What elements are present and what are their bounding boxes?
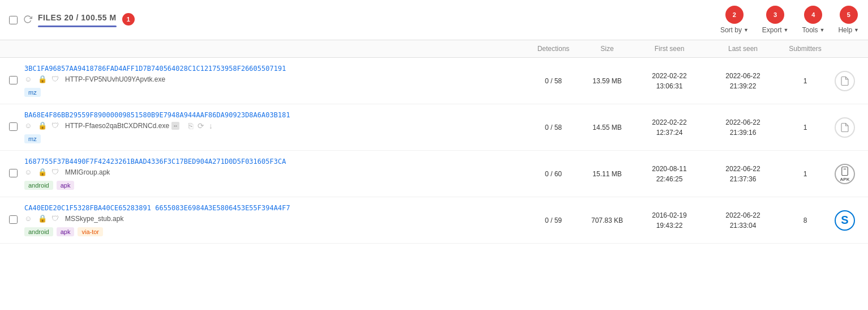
file-rows-container: 3BC1FA96857AA9418786FAD4AFF1D7B740564028…	[0, 58, 868, 244]
first-seen-val-3: 2016-02-1919:43:22	[633, 210, 706, 231]
row-checkbox-input-0[interactable]	[9, 76, 18, 84]
row-checkbox-input-1[interactable]	[9, 122, 18, 131]
export-caret: ▼	[784, 27, 789, 33]
file-name-0[interactable]: HTTP-FVP5NUvhU09YApvtk.exe	[65, 75, 165, 83]
first-seen-val-0: 2022-02-2213:06:31	[633, 71, 706, 91]
sort-by-label: Sort by	[720, 26, 742, 34]
tools-label: Tools	[802, 26, 818, 34]
table-header-row: Detections Size First seen Last seen Sub…	[0, 40, 868, 58]
files-label-container: FILES 20 / 100.55 M	[38, 13, 117, 33]
select-all-checkbox[interactable]	[9, 16, 18, 24]
meta-icon-lock-0: 🔒	[38, 75, 47, 84]
export-badge: 3	[766, 6, 784, 24]
file-hash-3[interactable]: CA40EDE20C1F5328FBA40CE65283891 6655083E…	[24, 204, 525, 212]
detections-val-3: 0 / 59	[525, 216, 582, 224]
size-val-1: 14.55 MB	[582, 124, 633, 131]
sort-by-button[interactable]: 2 Sort by ▼	[720, 6, 749, 34]
row-checkbox-0[interactable]	[9, 76, 18, 86]
file-hash-0[interactable]: 3BC1FA96857AA9418786FAD4AFF1D7B740564028…	[24, 65, 525, 73]
first-seen-val-2: 2020-08-1122:46:25	[633, 164, 706, 184]
submitters-val-0: 1	[780, 77, 831, 85]
icon-val-2: APK	[831, 164, 859, 184]
meta-icon-smiley-2: ☺	[24, 168, 33, 177]
download-icon[interactable]: ↓	[209, 121, 213, 130]
col-header-first-seen: First seen	[633, 45, 706, 53]
size-val-3: 707.83 KB	[582, 216, 633, 224]
table-row: 1687755F37B4490F7F42423261BAAD4336F3C17B…	[0, 151, 868, 197]
table-row: CA40EDE20C1F5328FBA40CE65283891 6655083E…	[0, 197, 868, 244]
file-meta-2: ☺ 🔒 🛡 MMIGroup.apk	[24, 168, 525, 177]
meta-icon-shield-0: 🛡	[51, 75, 61, 84]
file-name-3[interactable]: MSSkype_stub.apk	[65, 215, 123, 223]
tag-via-tor: via-tor	[78, 227, 103, 236]
col-header-size: Size	[582, 45, 633, 53]
row-checkbox-3[interactable]	[9, 215, 18, 226]
tools-button[interactable]: 4 Tools ▼	[802, 6, 824, 34]
row-main-1: BA68E4F86BB29559F89000009851580B9E7948A9…	[24, 111, 525, 143]
file-name-2[interactable]: MMIGroup.apk	[65, 168, 110, 176]
tag-android: android	[24, 227, 53, 236]
refresh-button[interactable]	[23, 15, 32, 31]
copy-icon[interactable]: ⎘	[188, 121, 193, 130]
meta-icon-lock-2: 🔒	[38, 168, 47, 177]
tags-row-3: androidapkvia-tor	[24, 225, 525, 236]
file-hash-2[interactable]: 1687755F37B4490F7F42423261BAAD4336F3C17B…	[24, 158, 525, 165]
tools-badge: 4	[804, 6, 822, 24]
tags-row-2: androidapk	[24, 179, 525, 190]
table-row: 3BC1FA96857AA9418786FAD4AFF1D7B740564028…	[0, 58, 868, 104]
meta-icon-shield-1: 🛡	[51, 121, 61, 130]
tag-mz: mz	[24, 88, 41, 97]
tag-android: android	[24, 181, 53, 190]
first-seen-val-1: 2022-02-2212:37:24	[633, 117, 706, 138]
row-checkbox-1[interactable]	[9, 122, 18, 133]
file-meta-3: ☺ 🔒 🛡 MSSkype_stub.apk	[24, 214, 525, 223]
meta-icon-lock-3: 🔒	[38, 214, 47, 223]
file-meta-1: ☺ 🔒 🛡 HTTP-Ffaeso2qaBtCXDRNCd.exe↔ ⎘ ⟳ ↓	[24, 121, 525, 130]
help-caret: ▼	[854, 27, 859, 33]
meta-icon-lock-1: 🔒	[38, 121, 47, 130]
help-button[interactable]: 5 Help ▼	[838, 6, 859, 34]
refresh-row-icon[interactable]: ⟳	[197, 121, 204, 130]
file-icon-apk: APK	[835, 164, 855, 184]
submitters-val-3: 8	[780, 216, 831, 224]
meta-icon-smiley-1: ☺	[24, 121, 33, 130]
file-hash-1[interactable]: BA68E4F86BB29559F89000009851580B9E7948A9…	[24, 111, 525, 119]
row-checkbox-input-2[interactable]	[9, 169, 18, 177]
tag-apk: apk	[57, 227, 75, 236]
row-checkbox-input-3[interactable]	[9, 215, 18, 224]
meta-icon-shield-3: 🛡	[51, 214, 61, 223]
sort-by-caret: ▼	[744, 27, 749, 33]
icon-val-1	[831, 117, 859, 138]
meta-icon-smiley-3: ☺	[24, 214, 33, 223]
col-header-last-seen: Last seen	[706, 45, 780, 53]
file-icon-skype: S	[835, 210, 855, 231]
export-label: Export	[762, 26, 782, 34]
files-count: 20 / 100.55 M	[65, 13, 117, 22]
top-bar: FILES 20 / 100.55 M 1 2 Sort by ▼ 3 Expo…	[0, 0, 868, 40]
file-icon-document	[835, 71, 855, 91]
toolbar-actions: 2 Sort by ▼ 3 Export ▼ 4 Tools ▼ 5 Help	[720, 6, 859, 40]
size-val-2: 15.11 MB	[582, 170, 633, 178]
size-val-0: 13.59 MB	[582, 77, 633, 85]
detections-val-0: 0 / 58	[525, 77, 582, 85]
file-name-1[interactable]: HTTP-Ffaeso2qaBtCXDRNCd.exe↔	[65, 122, 179, 130]
row-main-3: CA40EDE20C1F5328FBA40CE65283891 6655083E…	[24, 204, 525, 236]
tags-row-1: mz	[24, 132, 525, 143]
col-header-submitters: Submitters	[780, 45, 831, 53]
submitters-val-1: 1	[780, 124, 831, 131]
tag-mz: mz	[24, 134, 41, 143]
tag-apk: apk	[57, 181, 75, 190]
meta-icon-smiley-0: ☺	[24, 75, 33, 84]
detections-val-1: 0 / 58	[525, 124, 582, 131]
row-main-0: 3BC1FA96857AA9418786FAD4AFF1D7B740564028…	[24, 65, 525, 97]
row-checkbox-2[interactable]	[9, 169, 18, 179]
icon-val-0	[831, 71, 859, 91]
submitters-val-2: 1	[780, 170, 831, 178]
help-label: Help	[838, 26, 852, 34]
file-meta-0: ☺ 🔒 🛡 HTTP-FVP5NUvhU09YApvtk.exe	[24, 75, 525, 84]
tools-caret: ▼	[819, 27, 824, 33]
help-badge: 5	[840, 6, 858, 24]
last-seen-val-3: 2022-06-2221:33:04	[706, 210, 780, 231]
last-seen-val-1: 2022-06-2221:39:16	[706, 117, 780, 138]
export-button[interactable]: 3 Export ▼	[762, 6, 789, 34]
